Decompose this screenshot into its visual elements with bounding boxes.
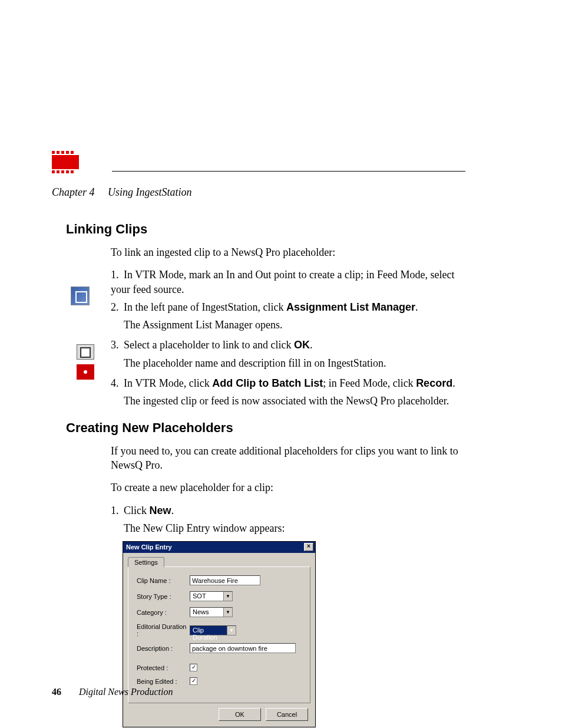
- chevron-down-icon: ▼: [223, 592, 232, 601]
- label-being-edited: Being Edited :: [137, 678, 190, 685]
- close-button[interactable]: ×: [304, 543, 313, 551]
- chevron-down-icon: ▼: [223, 608, 232, 617]
- step-2: 2.In the left pane of IngestStation, cli…: [111, 300, 467, 314]
- settings-panel: Clip Name : Story Type : SOT ▼ Category …: [128, 566, 310, 703]
- page-number: 46: [52, 687, 61, 697]
- step-4: 4.In VTR Mode, click Add Clip to Batch L…: [111, 376, 467, 390]
- step-4-result: The ingested clip or feed is now associa…: [124, 394, 467, 408]
- clip-name-input[interactable]: [190, 575, 260, 585]
- label-clip-name: Clip Name :: [137, 577, 190, 584]
- label-description: Description :: [137, 645, 190, 652]
- header-rule: [112, 171, 465, 172]
- ok-button[interactable]: OK: [219, 708, 261, 721]
- film-logo-icon: [52, 151, 79, 177]
- heading-creating-placeholders: Creating New Placeholders: [66, 420, 467, 436]
- category-select[interactable]: News ▼: [190, 607, 233, 617]
- story-type-select[interactable]: SOT ▼: [190, 591, 233, 601]
- creating-intro-1: If you need to, you can create additiona…: [111, 444, 467, 473]
- chapter-title: Using IngestStation: [108, 186, 192, 198]
- creating-step-1: 1.Click New.: [111, 503, 467, 518]
- step-1: 1.In VTR Mode, mark an In and Out point …: [111, 268, 467, 297]
- step-2-result: The Assignment List Manager opens.: [124, 318, 467, 332]
- linking-intro: To link an ingested clip to a NewsQ Pro …: [111, 245, 467, 259]
- chapter-number: Chapter 4: [52, 186, 95, 198]
- footer-title: Digital News Production: [79, 687, 173, 697]
- dialog-title: New Clip Entry: [126, 543, 172, 551]
- label-protected: Protected :: [137, 664, 190, 671]
- tab-row: Settings: [123, 553, 315, 566]
- chapter-line: Chapter 4 Using IngestStation: [52, 186, 192, 199]
- creating-intro-2: To create a new placeholder for a clip:: [111, 480, 467, 495]
- heading-linking-clips: Linking Clips: [66, 222, 467, 237]
- step-3: 3.Select a placeholder to link to and cl…: [111, 338, 467, 352]
- tab-settings[interactable]: Settings: [128, 557, 164, 567]
- step-3-result: The placeholder name and description fil…: [124, 356, 467, 370]
- new-clip-entry-dialog: New Clip Entry × Settings Clip Name : St…: [123, 541, 316, 727]
- protected-checkbox[interactable]: ✓: [190, 664, 197, 671]
- chevron-down-icon: ▼: [227, 626, 236, 635]
- description-input[interactable]: [190, 643, 296, 653]
- label-story-type: Story Type :: [137, 593, 190, 600]
- dialog-button-row: OK Cancel: [123, 703, 315, 727]
- label-category: Category :: [137, 609, 190, 616]
- header-logo: [52, 150, 464, 179]
- page-content: Linking Clips To link an ingested clip t…: [66, 222, 467, 727]
- editorial-duration-select[interactable]: Clip Duration ▼: [190, 625, 236, 635]
- dialog-titlebar[interactable]: New Clip Entry ×: [123, 542, 315, 553]
- creating-step-1-result: The New Clip Entry window appears:: [124, 521, 467, 535]
- page-footer: 46 Digital News Production: [52, 687, 173, 697]
- cancel-button[interactable]: Cancel: [266, 708, 308, 721]
- label-editorial-duration: Editorial Duration :: [137, 623, 190, 637]
- being-edited-checkbox[interactable]: ✓: [190, 677, 197, 685]
